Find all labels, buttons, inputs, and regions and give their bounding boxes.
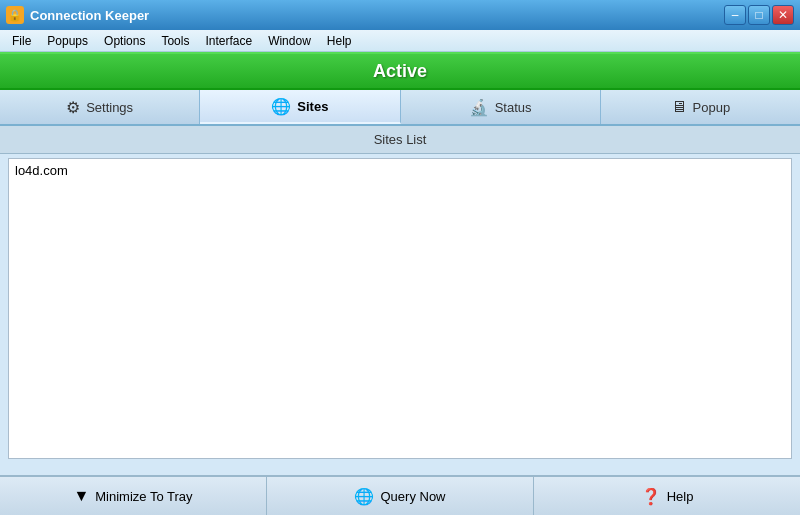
tab-status[interactable]: 🔬 Status: [401, 90, 601, 124]
section-header: Sites List: [0, 126, 800, 154]
query-now-label: Query Now: [380, 489, 445, 504]
menu-bar: FilePopupsOptionsToolsInterfaceWindowHel…: [0, 30, 800, 52]
menu-item-options[interactable]: Options: [96, 32, 153, 50]
sites-icon: 🌐: [271, 97, 291, 116]
status-icon: 🔬: [469, 98, 489, 117]
tab-settings[interactable]: ⚙ Settings: [0, 90, 200, 124]
tab-status-label: Status: [495, 100, 532, 115]
menu-item-popups[interactable]: Popups: [39, 32, 96, 50]
popup-icon: 🖥: [671, 98, 687, 116]
minimize-tray-label: Minimize To Tray: [95, 489, 192, 504]
bottom-bar: ▼ Minimize To Tray 🌐 Query Now ❓ Help: [0, 475, 800, 515]
sites-list[interactable]: lo4d.com: [8, 158, 792, 459]
active-banner: Active: [0, 52, 800, 90]
menu-item-help[interactable]: Help: [319, 32, 360, 50]
window-controls: – □ ✕: [724, 5, 794, 25]
help-icon: ❓: [641, 487, 661, 506]
active-label: Active: [373, 61, 427, 82]
title-bar: 🔒 Connection Keeper – □ ✕: [0, 0, 800, 30]
app-icon: 🔒: [6, 6, 24, 24]
tab-bar: ⚙ Settings 🌐 Sites 🔬 Status 🖥 Popup: [0, 90, 800, 126]
list-item: lo4d.com: [9, 159, 791, 182]
tab-sites-label: Sites: [297, 99, 328, 114]
section-title: Sites List: [374, 132, 427, 147]
maximize-window-button[interactable]: □: [748, 5, 770, 25]
tab-popup-label: Popup: [693, 100, 731, 115]
help-button[interactable]: ❓ Help: [534, 477, 800, 515]
title-text: Connection Keeper: [30, 8, 724, 23]
menu-item-interface[interactable]: Interface: [197, 32, 260, 50]
menu-item-file[interactable]: File: [4, 32, 39, 50]
minimize-window-button[interactable]: –: [724, 5, 746, 25]
menu-item-window[interactable]: Window: [260, 32, 319, 50]
menu-item-tools[interactable]: Tools: [153, 32, 197, 50]
minimize-tray-button[interactable]: ▼ Minimize To Tray: [0, 477, 267, 515]
help-label: Help: [667, 489, 694, 504]
tab-settings-label: Settings: [86, 100, 133, 115]
query-now-icon: 🌐: [354, 487, 374, 506]
tab-sites[interactable]: 🌐 Sites: [200, 90, 400, 124]
settings-icon: ⚙: [66, 98, 80, 117]
tab-popup[interactable]: 🖥 Popup: [601, 90, 800, 124]
minimize-tray-icon: ▼: [73, 487, 89, 505]
query-now-button[interactable]: 🌐 Query Now: [267, 477, 534, 515]
close-window-button[interactable]: ✕: [772, 5, 794, 25]
